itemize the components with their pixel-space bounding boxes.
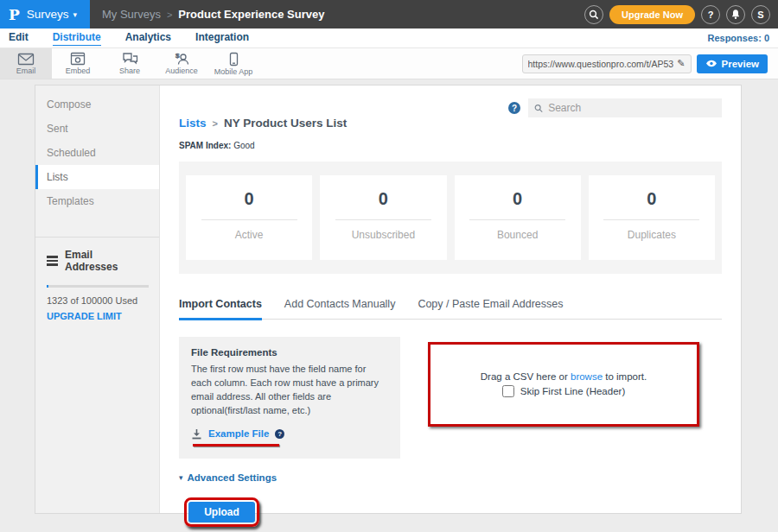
distribute-channel-bar: Email Embed Share $ Audience Mobile App … bbox=[0, 48, 778, 79]
chevron-down-icon: ▾ bbox=[73, 10, 78, 19]
header-actions: Upgrade Now ? S bbox=[584, 5, 778, 24]
file-requirements-box: File Requirements The first row must hav… bbox=[179, 337, 400, 459]
channel-label: Mobile App bbox=[214, 67, 253, 76]
bell-icon bbox=[730, 9, 741, 20]
channel-label: Embed bbox=[66, 66, 91, 75]
email-addresses-widget: Email Addresses 1323 of 100000 Used UPGR… bbox=[35, 238, 159, 321]
stat-divider bbox=[201, 219, 297, 220]
preview-label: Preview bbox=[722, 59, 759, 69]
help-button[interactable]: ? bbox=[701, 5, 720, 24]
search-icon bbox=[534, 104, 543, 113]
dropzone-text: Drag a CSV here or browse to import. bbox=[481, 371, 647, 382]
breadcrumb: My Surveys > Product Experience Survey bbox=[102, 8, 324, 21]
breadcrumb-separator: > bbox=[213, 118, 218, 129]
spam-index-label: SPAM Index: bbox=[179, 141, 231, 150]
list-stats-panel: 0 Active 0 Unsubscribed 0 Bounced 0 bbox=[179, 162, 722, 274]
email-icon bbox=[17, 53, 35, 66]
email-usage-progressbar bbox=[47, 285, 149, 288]
sidebar-item-templates[interactable]: Templates bbox=[35, 189, 159, 213]
channel-share[interactable]: Share bbox=[104, 48, 156, 79]
browse-link[interactable]: browse bbox=[571, 371, 603, 382]
audience-icon: $ bbox=[173, 52, 190, 66]
email-usage-progress-fill bbox=[47, 285, 48, 288]
upgrade-now-button[interactable]: Upgrade Now bbox=[609, 5, 695, 24]
stat-card-duplicates: 0 Duplicates bbox=[589, 175, 715, 260]
stat-value: 0 bbox=[455, 189, 581, 209]
sidebar-item-compose[interactable]: Compose bbox=[35, 92, 159, 117]
channel-embed[interactable]: Embed bbox=[52, 48, 104, 79]
example-file-link[interactable]: Example File bbox=[208, 428, 269, 439]
eye-icon bbox=[705, 60, 717, 67]
upload-button[interactable]: Upload bbox=[188, 502, 255, 522]
survey-url-field[interactable]: https://www.questionpro.com/t/AP53kZgfo … bbox=[522, 54, 692, 73]
example-file-help-icon[interactable]: ? bbox=[275, 429, 284, 439]
tab-integration[interactable]: Integration bbox=[195, 31, 249, 45]
skip-first-line-checkbox[interactable] bbox=[502, 385, 514, 397]
stat-label: Bounced bbox=[455, 229, 581, 241]
dropzone-wrap: Drag a CSV here or browse to import. Ski… bbox=[428, 342, 699, 459]
tab-distribute[interactable]: Distribute bbox=[53, 31, 101, 46]
stat-card-active: 0 Active bbox=[186, 175, 312, 260]
list-detail-content: ? Lists > NY Product Users List SPAM Ind… bbox=[160, 86, 741, 513]
svg-text:$: $ bbox=[175, 52, 180, 60]
search-button[interactable] bbox=[584, 5, 603, 24]
advanced-settings-toggle[interactable]: ▾ Advanced Settings bbox=[179, 472, 722, 483]
responses-count[interactable]: Responses: 0 bbox=[707, 33, 769, 43]
help-icon[interactable]: ? bbox=[508, 102, 520, 114]
preview-button[interactable]: Preview bbox=[697, 54, 768, 73]
survey-url: https://www.questionpro.com/t/AP53kZgfo bbox=[528, 59, 674, 69]
stat-label: Duplicates bbox=[589, 229, 715, 241]
sidebar-item-sent[interactable]: Sent bbox=[35, 117, 159, 141]
import-contacts-section: File Requirements The first row must hav… bbox=[179, 337, 722, 459]
top-header-bar: P Surveys ▾ My Surveys > Product Experie… bbox=[0, 0, 778, 28]
notifications-button[interactable] bbox=[726, 5, 745, 24]
stat-label: Unsubscribed bbox=[320, 229, 446, 241]
account-avatar[interactable]: S bbox=[751, 5, 770, 24]
edit-url-icon[interactable]: ✎ bbox=[677, 58, 685, 69]
tab-copy-paste-email-addresses[interactable]: Copy / Paste Email Addresses bbox=[418, 298, 563, 319]
stat-value: 0 bbox=[186, 189, 312, 209]
stat-label: Active bbox=[186, 229, 312, 241]
channel-mobile-app[interactable]: Mobile App bbox=[207, 48, 259, 79]
surveys-product-menu[interactable]: P Surveys ▾ bbox=[0, 0, 90, 28]
mobile-app-icon bbox=[229, 52, 239, 66]
annotation-example-file-underline bbox=[193, 444, 279, 446]
stat-divider bbox=[469, 219, 565, 220]
email-sidebar: Compose Sent Scheduled Lists Templates E… bbox=[35, 86, 160, 513]
dropzone-text-after: to import. bbox=[603, 371, 647, 382]
sidebar-item-scheduled[interactable]: Scheduled bbox=[35, 141, 159, 165]
email-distribution-panel: Compose Sent Scheduled Lists Templates E… bbox=[35, 85, 742, 514]
survey-nav: Edit Distribute Analytics Integration Re… bbox=[0, 28, 778, 48]
advanced-settings-label: Advanced Settings bbox=[188, 472, 277, 483]
sidebar-item-lists[interactable]: Lists bbox=[35, 165, 159, 189]
stat-value: 0 bbox=[589, 189, 715, 209]
stat-card-unsubscribed: 0 Unsubscribed bbox=[320, 175, 446, 260]
lists-link[interactable]: Lists bbox=[179, 117, 207, 130]
channel-label: Email bbox=[16, 66, 36, 75]
contacts-tabbar: Import Contacts Add Contacts Manually Co… bbox=[179, 298, 722, 320]
stat-divider bbox=[335, 219, 431, 220]
channel-email[interactable]: Email bbox=[0, 48, 52, 79]
upgrade-limit-link[interactable]: UPGRADE LIMIT bbox=[47, 311, 148, 321]
breadcrumb-my-surveys[interactable]: My Surveys bbox=[102, 8, 161, 21]
search-icon bbox=[589, 10, 599, 20]
search-row: ? bbox=[508, 98, 722, 117]
search-box[interactable] bbox=[528, 98, 722, 117]
email-addresses-title: Email Addresses bbox=[65, 249, 148, 273]
breadcrumb-survey-title: Product Experience Survey bbox=[178, 8, 324, 21]
skip-first-line-row: Skip First Line (Header) bbox=[502, 385, 625, 397]
list-icon bbox=[47, 256, 58, 265]
annotation-upload-highlight: Upload bbox=[184, 497, 259, 527]
file-requirements-title: File Requirements bbox=[191, 347, 388, 358]
download-icon bbox=[191, 428, 202, 440]
channel-audience[interactable]: $ Audience bbox=[156, 48, 207, 79]
channel-bar-right: https://www.questionpro.com/t/AP53kZgfo … bbox=[522, 48, 778, 79]
tab-import-contacts[interactable]: Import Contacts bbox=[179, 298, 262, 320]
tab-analytics[interactable]: Analytics bbox=[125, 31, 171, 45]
csv-dropzone[interactable]: Drag a CSV here or browse to import. Ski… bbox=[428, 342, 699, 427]
tab-edit[interactable]: Edit bbox=[9, 31, 29, 45]
tab-add-contacts-manually[interactable]: Add Contacts Manually bbox=[284, 298, 396, 319]
example-file-row[interactable]: Example File ? bbox=[191, 428, 388, 440]
search-input[interactable] bbox=[548, 102, 716, 114]
file-requirements-body: The first row must have the field name f… bbox=[191, 363, 388, 418]
